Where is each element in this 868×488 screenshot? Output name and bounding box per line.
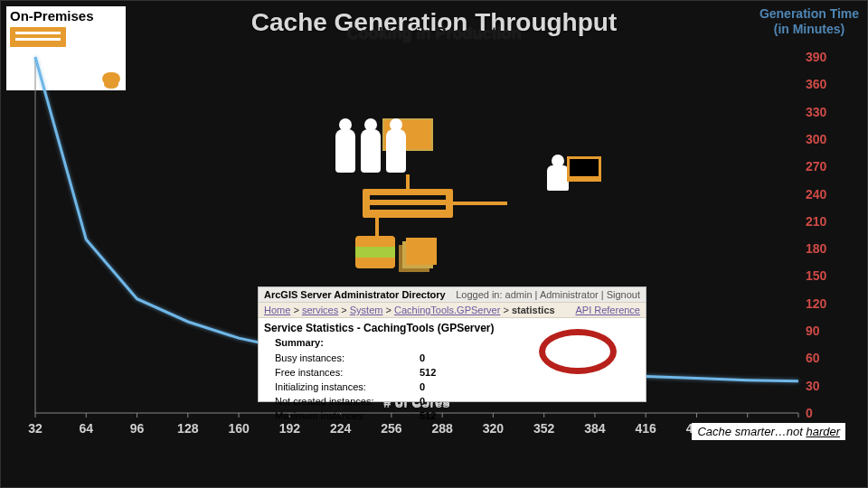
chart-title: Cache Generation Throughput — [1, 8, 867, 37]
seated-person-icon — [547, 165, 569, 191]
stat-row: Maximum instances:512 — [275, 409, 637, 424]
svg-text:180: 180 — [806, 241, 827, 256]
stat-value: 0 — [420, 380, 425, 395]
svg-text:60: 60 — [806, 351, 820, 365]
admin-screenshot: ArcGIS Server Administrator Directory Lo… — [258, 286, 646, 402]
server-icon — [10, 27, 66, 47]
connector-icon — [406, 174, 410, 189]
svg-text:32: 32 — [28, 421, 42, 436]
svg-text:120: 120 — [806, 296, 827, 311]
connector-icon — [375, 218, 379, 236]
screenshot-login-text: Logged in: admin | Administrator | Signo… — [456, 289, 640, 300]
server-rack-icon — [363, 189, 453, 218]
database-stack-icon — [355, 236, 395, 268]
svg-text:0: 0 — [806, 406, 813, 420]
breadcrumb-path: Home > services > System > CachingTools.… — [264, 305, 555, 315]
svg-text:390: 390 — [806, 50, 827, 64]
svg-text:330: 330 — [806, 105, 827, 119]
stat-key: Busy instances: — [275, 352, 420, 366]
highlight-circle — [539, 329, 617, 374]
api-reference-link: API Reference — [575, 305, 640, 315]
stat-key: Initializing instances: — [275, 380, 420, 395]
secondary-axis-title: Generation Time (in Minutes) — [757, 6, 862, 37]
tiles-stack-icon — [406, 238, 437, 265]
screenshot-header: ArcGIS Server Administrator Directory Lo… — [259, 287, 646, 303]
stat-key: Maximum instances: — [275, 409, 420, 424]
svg-text:270: 270 — [806, 159, 827, 174]
stat-row: Not created instances:0 — [275, 395, 637, 409]
architecture-illustration — [335, 135, 525, 270]
stat-value: 0 — [420, 352, 425, 366]
svg-text:300: 300 — [806, 132, 827, 146]
stat-value: 512 — [420, 409, 436, 424]
svg-text:150: 150 — [806, 268, 827, 283]
stat-row: Initializing instances:0 — [275, 380, 637, 395]
tagline-text: Cache smarter…not — [697, 425, 806, 438]
svg-text:96: 96 — [130, 421, 145, 436]
svg-text:30: 30 — [806, 379, 820, 393]
people-icon — [335, 129, 406, 173]
stat-value: 0 — [420, 395, 425, 409]
svg-text:240: 240 — [806, 187, 827, 202]
tagline-emphasis: harder — [806, 425, 840, 438]
svg-text:64: 64 — [79, 421, 93, 436]
svg-text:210: 210 — [806, 214, 827, 229]
stat-key: Not created instances: — [275, 395, 420, 409]
screenshot-breadcrumbs: Home > services > System > CachingTools.… — [259, 303, 646, 318]
laptop-icon — [567, 156, 601, 182]
connector-icon — [453, 202, 507, 205]
svg-text:160: 160 — [228, 421, 250, 436]
screenshot-app-title: ArcGIS Server Administrator Directory — [264, 289, 446, 300]
on-premises-label: On-Premises — [10, 8, 122, 23]
svg-text:90: 90 — [806, 324, 820, 338]
tagline: Cache smarter…not harder — [692, 423, 845, 440]
slide-stage: Cache Generation Throughput Cooking in P… — [0, 0, 868, 488]
stat-key: Free instances: — [275, 366, 420, 380]
stat-value: 512 — [420, 366, 436, 380]
svg-text:128: 128 — [177, 421, 199, 436]
svg-text:360: 360 — [806, 77, 827, 91]
